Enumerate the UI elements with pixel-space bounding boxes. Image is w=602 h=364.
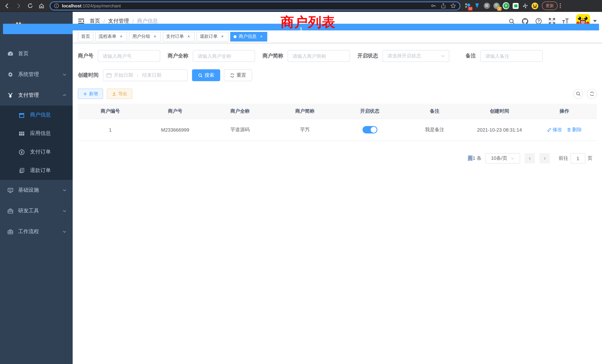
tag-refund-order[interactable]: 退款订单×: [196, 32, 228, 41]
tag-user-group[interactable]: 用户分组×: [129, 32, 161, 41]
close-icon[interactable]: ×: [119, 34, 124, 39]
close-icon[interactable]: ×: [186, 34, 191, 39]
edit-link[interactable]: 修改: [547, 126, 562, 133]
browser-back-button[interactable]: [3, 1, 11, 10]
font-size-icon[interactable]: [562, 18, 569, 24]
next-page-button[interactable]: [539, 153, 550, 163]
column-header: 开启状态: [337, 104, 402, 119]
refresh-table-button[interactable]: [587, 89, 597, 99]
extension-emoji-icon[interactable]: [532, 2, 538, 9]
sidebar-item-app-info[interactable]: 应用信息: [0, 124, 73, 143]
refresh-icon: [589, 91, 594, 96]
cell-short-name: 芋艿: [272, 119, 337, 140]
screen: localhost:1024/pay/merchant 10 ⌘: [0, 0, 602, 364]
close-icon[interactable]: ×: [152, 34, 158, 39]
merchant-list-page: 商户号 商户全称 商户简称 开启状态 请选择开启状态: [73, 43, 602, 364]
user-caret-icon: [593, 20, 597, 22]
password-key-icon[interactable]: [431, 3, 436, 9]
cell-full-name: 芋道源码: [208, 119, 272, 140]
help-icon[interactable]: [535, 18, 542, 24]
extensions-area: 10 ⌘ 1 Y: [464, 2, 538, 9]
extension-y-icon[interactable]: Y: [503, 2, 509, 9]
address-bar[interactable]: localhost:1024/pay/merchant: [50, 1, 460, 10]
browser-menu-icon[interactable]: [560, 3, 561, 8]
coin-icon: [19, 149, 25, 155]
sidebar-item-refund-order[interactable]: 退款订单: [0, 161, 73, 180]
goto-page-input[interactable]: [570, 153, 585, 163]
tag-merchant-info[interactable]: 商户信息×: [230, 32, 267, 41]
cell-merchant-id: 1: [78, 120, 143, 139]
extensions-puzzle-icon[interactable]: [522, 2, 529, 9]
end-date-placeholder: 结束日期: [142, 72, 161, 79]
bookmark-star-icon[interactable]: [450, 3, 456, 9]
browser-home-button[interactable]: [37, 1, 46, 10]
sidebar-collapse-icon[interactable]: [73, 18, 90, 24]
extension-recorder-icon[interactable]: 1: [493, 2, 500, 9]
browser-update-button[interactable]: 更新: [542, 1, 558, 10]
prev-page-button[interactable]: [525, 153, 535, 163]
pagination-total: 共1 条: [468, 155, 482, 162]
sidebar-item-pay-order[interactable]: 支付订单: [0, 143, 73, 161]
extension-grid-icon[interactable]: 10: [464, 2, 471, 9]
column-header: 商户全称: [208, 104, 272, 119]
chevron-down-icon: [62, 188, 67, 192]
grid-icon: [19, 130, 25, 137]
table-header-row: 商户编号 商户号 商户全称 商户简称 开启状态 备注 创建时间 操作: [78, 104, 597, 119]
cell-merchant-no: M233666999: [143, 120, 208, 139]
header-search-icon[interactable]: [509, 18, 515, 24]
search-button[interactable]: 搜索: [192, 69, 220, 81]
chevron-down-icon: [441, 54, 445, 58]
browser-forward-button[interactable]: [14, 1, 23, 10]
chevron-down-icon: [62, 209, 67, 213]
merchant-no-label: 商户号: [78, 53, 98, 59]
chevron-left-icon: [528, 156, 532, 160]
browser-refresh-button[interactable]: [26, 1, 34, 10]
status-select[interactable]: 请选择开启状态: [383, 50, 449, 62]
extension-badge: 1: [497, 7, 502, 11]
active-dot: [234, 35, 236, 38]
show-search-toggle-button[interactable]: [573, 89, 583, 99]
sidebar-item-payment[interactable]: 支付管理: [0, 85, 73, 106]
sidebar-item-dev-tools[interactable]: 研发工具: [0, 201, 73, 221]
reset-button[interactable]: 重置: [224, 69, 252, 81]
short-name-input[interactable]: [288, 50, 350, 62]
extension-kite-icon[interactable]: [474, 2, 480, 9]
tag-process-form[interactable]: 流程表单×: [95, 32, 127, 41]
column-header: 创建时间: [467, 104, 532, 119]
add-button[interactable]: 新增: [78, 89, 103, 99]
merchant-no-input[interactable]: [98, 50, 160, 62]
sidebar-item-workflow[interactable]: 工作流程: [0, 221, 73, 242]
breadcrumb-current: 商户信息: [137, 18, 158, 24]
remark-input[interactable]: [480, 50, 543, 62]
sidebar-item-merchant-info[interactable]: 商户信息: [0, 106, 73, 124]
export-button[interactable]: 导出: [107, 89, 132, 99]
extension-command-icon[interactable]: ⌘: [483, 2, 490, 9]
page-unit-label: 页: [588, 155, 592, 162]
fullscreen-icon[interactable]: [549, 18, 555, 24]
full-name-input[interactable]: [193, 50, 255, 62]
pagination: 共1 条 10条/页 1 前往 页: [78, 153, 597, 163]
table-row: 1 M233666999 芋道源码 芋艿 我是备注 2021-10-23 08:…: [78, 119, 597, 140]
share-icon[interactable]: [441, 3, 446, 9]
monitor-icon: [7, 187, 13, 193]
sidebar-item-home[interactable]: 首页: [0, 43, 73, 64]
trash-icon: [567, 128, 571, 132]
status-toggle[interactable]: [362, 126, 377, 133]
create-time-range-picker[interactable]: 开始日期 - 结束日期: [103, 69, 188, 81]
column-header: 商户编号: [78, 104, 143, 119]
breadcrumb-home[interactable]: 首页: [90, 18, 100, 24]
breadcrumb-payment[interactable]: 支付管理: [108, 18, 129, 24]
extension-chat-icon[interactable]: [512, 2, 519, 9]
tag-pay-order[interactable]: 支付订单×: [163, 32, 195, 41]
delete-link[interactable]: 删除: [567, 126, 582, 133]
sidebar-item-infrastructure[interactable]: 基础设施: [0, 180, 73, 201]
tag-home[interactable]: 首页: [78, 32, 93, 41]
chevron-down-icon: [62, 229, 67, 234]
status-label: 开启状态: [357, 53, 383, 59]
sidebar-item-system[interactable]: 系统管理: [0, 64, 73, 85]
page-size-select[interactable]: 10条/页: [485, 153, 520, 163]
site-info-icon[interactable]: [54, 3, 59, 8]
yen-icon: [7, 92, 13, 98]
close-icon[interactable]: ×: [259, 34, 264, 39]
close-icon[interactable]: ×: [220, 34, 225, 39]
